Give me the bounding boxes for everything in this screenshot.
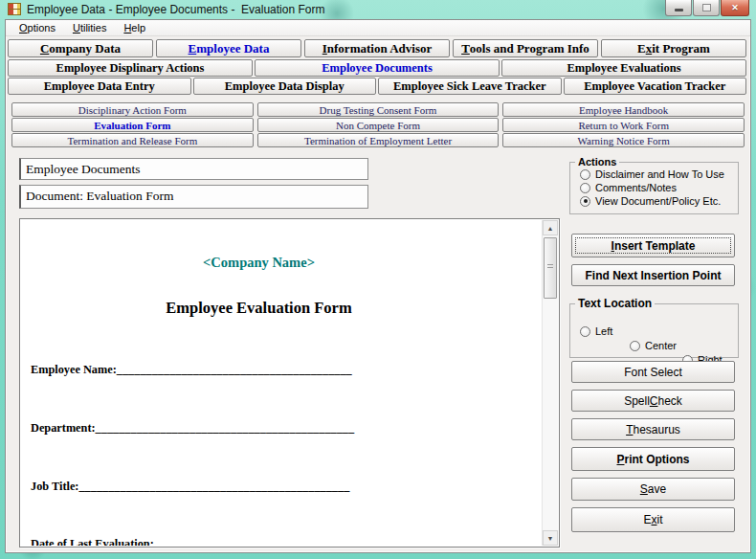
doc-line-job-title: Job Title:______________________________… bbox=[31, 480, 540, 494]
font-select-button[interactable]: Font Select bbox=[571, 361, 735, 383]
minimize-icon bbox=[675, 9, 683, 11]
menu-options[interactable]: Options bbox=[11, 21, 63, 34]
doc-line-date-last-evaluation: Date of Last Evaluation:________________… bbox=[31, 537, 540, 546]
arrow-down-icon: ▼ bbox=[547, 535, 554, 542]
radio-icon bbox=[630, 341, 640, 351]
doc-button-employee-handbook[interactable]: Employee Handbook bbox=[502, 102, 745, 117]
tab-company-data[interactable]: Company Data bbox=[8, 39, 153, 57]
spell-check-button[interactable]: Spell Check bbox=[571, 390, 735, 412]
actions-group-title: Actions bbox=[575, 156, 619, 168]
save-button[interactable]: Save bbox=[571, 478, 735, 501]
radio-icon bbox=[580, 169, 590, 180]
thesaurus-button[interactable]: Thesaurus bbox=[571, 418, 735, 440]
exit-button[interactable]: Exit bbox=[571, 507, 735, 532]
document-scrollbar[interactable]: ▲ ▼ bbox=[542, 220, 558, 546]
scroll-up-button[interactable]: ▲ bbox=[543, 220, 558, 235]
doc-button-return-to-work-form[interactable]: Return to Work Form bbox=[502, 118, 745, 132]
doc-button-evaluation-form[interactable]: Evaluation Form bbox=[11, 118, 254, 132]
radio-icon-selected bbox=[580, 196, 590, 207]
tab-data-display[interactable]: Employee Data Display bbox=[193, 78, 377, 95]
tab-employee-data[interactable]: Employee Data bbox=[156, 39, 301, 57]
radio-text-center[interactable]: Center bbox=[630, 340, 677, 351]
menu-utilities[interactable]: Utilities bbox=[65, 21, 114, 34]
radio-icon bbox=[580, 183, 590, 193]
text-location-group-title: Text Location bbox=[575, 297, 655, 310]
title-bar: Employee Data - Employee Documents - Eva… bbox=[0, 0, 756, 19]
arrow-up-icon: ▲ bbox=[547, 225, 554, 232]
close-icon: ✕ bbox=[731, 3, 739, 12]
find-next-insertion-point-button[interactable]: Find Next Insertion Point bbox=[571, 264, 735, 286]
doc-title: Employee Evaluation Form bbox=[31, 299, 540, 317]
doc-button-termination-release-form[interactable]: Termination and Release Form bbox=[11, 133, 254, 147]
tab-data-entry[interactable]: Employee Data Entry bbox=[8, 78, 191, 95]
nav-row-data: Employee Data Entry Employee Data Displa… bbox=[8, 78, 746, 95]
radio-comments-notes[interactable]: Comments/Notes bbox=[570, 181, 738, 194]
radio-icon bbox=[580, 326, 590, 337]
section-field: Employee Documents bbox=[19, 158, 368, 180]
app-icon bbox=[8, 3, 21, 15]
document-preview[interactable]: <Company Name> Employee Evaluation Form … bbox=[19, 218, 560, 548]
tab-employee-evaluations[interactable]: Employee Evaluations bbox=[501, 59, 746, 77]
scroll-down-button[interactable]: ▼ bbox=[543, 530, 558, 546]
maximize-icon bbox=[702, 4, 711, 11]
tab-employee-documents[interactable]: Employee Documents bbox=[255, 59, 500, 77]
tab-tools-program-info[interactable]: Tools and Program Info bbox=[453, 39, 598, 57]
tab-exit-program[interactable]: Exit Program bbox=[601, 39, 746, 57]
radio-label: Center bbox=[645, 340, 677, 351]
doc-button-disciplinary-action-form[interactable]: Disciplinary Action Form bbox=[11, 102, 254, 117]
tab-information-advisor[interactable]: Information Advisor bbox=[304, 39, 450, 57]
document-grid-row-1: Disciplinary Action Form Drug Testing Co… bbox=[11, 102, 745, 117]
app-window: Employee Data - Employee Documents - Eva… bbox=[0, 0, 756, 559]
document-content: <Company Name> Employee Evaluation Form … bbox=[21, 220, 542, 546]
tab-disciplinary-actions[interactable]: Employee Displinary Actions bbox=[8, 59, 253, 77]
window-title: Employee Data - Employee Documents - Eva… bbox=[27, 3, 324, 16]
document-grid-row-3: Termination and Release Form Termination… bbox=[11, 133, 745, 147]
print-options-button[interactable]: Print Options bbox=[571, 447, 735, 471]
radio-label: Left bbox=[595, 325, 612, 337]
radio-label: Disclaimer and How To Use bbox=[595, 168, 724, 180]
doc-button-warning-notice-form[interactable]: Warning Notice Form bbox=[502, 133, 745, 147]
menu-bar: Options Utilities Help bbox=[6, 20, 750, 36]
maximize-button[interactable] bbox=[693, 0, 720, 16]
doc-line-employee-name: Employee Name:__________________________… bbox=[31, 363, 540, 377]
tab-sick-leave-tracker[interactable]: Employee Sick Leave Tracker bbox=[378, 78, 562, 95]
radio-disclaimer-how-to-use[interactable]: Disclaimer and How To Use bbox=[570, 168, 738, 181]
minimize-button[interactable] bbox=[665, 0, 692, 16]
radio-text-left[interactable]: Left bbox=[580, 325, 612, 337]
document-grid-row-2: Evaluation Form Non Compete Form Return … bbox=[11, 118, 745, 132]
radio-view-document-policy[interactable]: View Document/Policy Etc. bbox=[570, 194, 738, 208]
doc-company-name: <Company Name> bbox=[31, 255, 540, 270]
doc-button-termination-employment-letter[interactable]: Termination of Employment Letter bbox=[257, 133, 500, 147]
radio-label: Comments/Notes bbox=[595, 182, 677, 193]
doc-button-drug-testing-consent-form[interactable]: Drug Testing Consent Form bbox=[257, 102, 500, 117]
nav-row-employee: Employee Displinary Actions Employee Doc… bbox=[8, 59, 746, 77]
doc-line-department: Department:_____________________________… bbox=[31, 421, 540, 436]
menu-help[interactable]: Help bbox=[116, 21, 153, 34]
nav-row-main: Company Data Employee Data Information A… bbox=[8, 39, 746, 57]
actions-group: Actions Disclaimer and How To Use Commen… bbox=[569, 156, 739, 214]
insert-template-button[interactable]: Insert Template bbox=[571, 234, 735, 257]
doc-button-non-compete-form[interactable]: Non Compete Form bbox=[257, 118, 500, 132]
scrollbar-thumb[interactable] bbox=[544, 237, 557, 299]
radio-label: View Document/Policy Etc. bbox=[595, 195, 721, 207]
document-field: Document: Evaluation Form bbox=[19, 185, 368, 209]
tab-vacation-tracker[interactable]: Employee Vacation Tracker bbox=[564, 78, 747, 95]
text-location-group: Text Location Left Center Right bbox=[569, 297, 739, 358]
close-button[interactable]: ✕ bbox=[721, 0, 749, 16]
